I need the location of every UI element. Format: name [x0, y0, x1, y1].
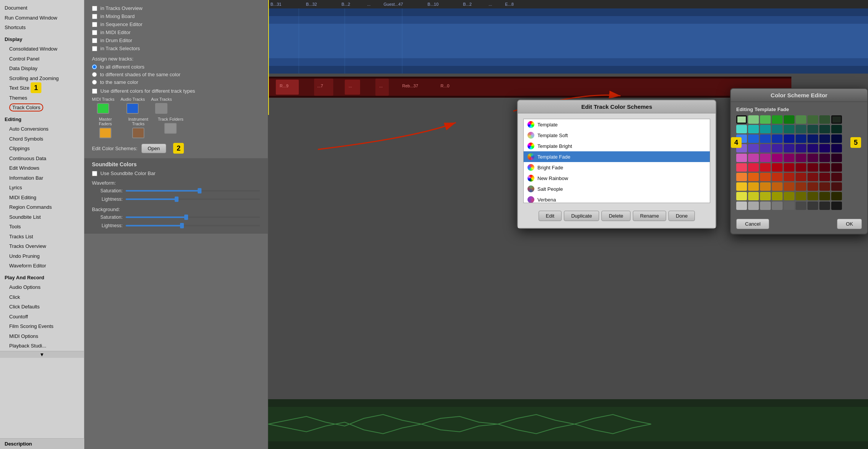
color-cell-5-3[interactable] [772, 163, 783, 172]
color-cell-0-1[interactable] [748, 115, 759, 124]
color-cell-6-2[interactable] [760, 173, 771, 181]
swatch-midi[interactable] [97, 103, 109, 114]
color-cell-1-6[interactable] [807, 125, 818, 133]
color-cell-7-4[interactable] [784, 182, 794, 191]
scheme-template-fade[interactable]: Template Fade [524, 151, 710, 162]
color-cell-9-2[interactable] [760, 202, 771, 210]
color-cell-2-1[interactable] [748, 134, 759, 143]
sidebar-item-auto-conversions[interactable]: Auto Conversions [0, 124, 84, 134]
radio-same-color[interactable]: to the same color [92, 79, 260, 85]
swatch-aux[interactable] [155, 103, 167, 114]
saturation-slider[interactable] [126, 187, 260, 194]
color-cell-8-4[interactable] [784, 192, 794, 200]
swatch-master[interactable] [99, 128, 111, 138]
color-cell-6-7[interactable] [819, 173, 830, 181]
color-cell-6-3[interactable] [772, 173, 783, 181]
color-cell-2-6[interactable] [807, 134, 818, 143]
sidebar-item-tracks-overview[interactable]: Tracks Overview [0, 241, 84, 251]
sidebar-item-continuous-data[interactable]: Continuous Data [0, 154, 84, 164]
color-cell-0-5[interactable] [796, 115, 806, 124]
color-cell-8-8[interactable] [831, 192, 842, 200]
cb-drum-editor[interactable] [92, 38, 97, 43]
sidebar-item-soundbite-list[interactable]: Soundbite List [0, 212, 84, 222]
checkbox-in-track-selectors[interactable]: in Track Selectors [92, 46, 260, 51]
cb-sequence-editor[interactable] [92, 22, 97, 27]
color-cell-8-6[interactable] [807, 192, 818, 200]
color-cell-1-5[interactable] [796, 125, 806, 133]
btn-edit[interactable]: Edit [539, 211, 562, 221]
sidebar-item-midi-options[interactable]: MIDI Options [0, 331, 84, 341]
scheme-list[interactable]: Template Template Soft Template Bright T… [523, 119, 710, 203]
color-cell-9-3[interactable] [772, 202, 783, 210]
sidebar-item-information-bar[interactable]: Information Bar [0, 173, 84, 183]
cb-soundbite-bar-row[interactable]: Use Soundbite Color Bar [92, 170, 260, 176]
btn-delete[interactable]: Delete [601, 211, 631, 221]
sidebar-item-consolidated[interactable]: Consolidated Window [0, 44, 84, 54]
color-cell-6-8[interactable] [831, 173, 842, 181]
sidebar-item-click[interactable]: Click [0, 292, 84, 302]
cb-soundbite-bar[interactable] [92, 171, 97, 176]
scheme-new-rainbow[interactable]: New Rainbow [524, 173, 710, 184]
sidebar-item-tools[interactable]: Tools [0, 222, 84, 232]
color-cell-2-2[interactable] [760, 134, 771, 143]
color-cell-3-3[interactable] [772, 144, 783, 152]
checkbox-in-drum-editor[interactable]: in Drum Editor [92, 38, 260, 43]
color-cell-6-6[interactable] [807, 173, 818, 181]
color-cell-0-2[interactable] [760, 115, 771, 124]
checkbox-in-tracks-overview[interactable]: in Tracks Overview [92, 5, 260, 11]
sidebar-item-scrolling[interactable]: Scrolling and Zooming [0, 74, 84, 84]
cb-tracks-overview[interactable] [92, 6, 97, 11]
color-cell-6-1[interactable] [748, 173, 759, 181]
swatch-audio[interactable] [126, 103, 139, 114]
color-cell-9-6[interactable] [807, 202, 818, 210]
color-cell-1-4[interactable] [784, 125, 794, 133]
color-cell-8-2[interactable] [760, 192, 771, 200]
color-cell-7-5[interactable] [796, 182, 806, 191]
color-cell-2-5[interactable] [796, 134, 806, 143]
sidebar-item-shortcuts[interactable]: Shortcuts [0, 23, 84, 33]
color-cell-4-3[interactable] [772, 154, 783, 162]
color-cell-4-1[interactable] [748, 154, 759, 162]
color-cell-2-4[interactable] [784, 134, 794, 143]
color-cell-8-7[interactable] [819, 192, 830, 200]
color-cell-9-5[interactable] [796, 202, 806, 210]
color-cell-9-4[interactable] [784, 202, 794, 210]
color-cell-7-2[interactable] [760, 182, 771, 191]
cancel-button[interactable]: Cancel [736, 219, 769, 229]
cb-track-selectors[interactable] [92, 46, 97, 51]
color-cell-9-0[interactable] [736, 202, 747, 210]
color-cell-1-0[interactable] [736, 125, 747, 133]
scheme-salt-people[interactable]: Salt People [524, 184, 710, 194]
color-cell-0-3[interactable] [772, 115, 783, 124]
color-cell-6-0[interactable] [736, 173, 747, 181]
sidebar-item-lyrics[interactable]: Lyrics [0, 183, 84, 193]
color-cell-7-7[interactable] [819, 182, 830, 191]
color-cell-0-4[interactable] [784, 115, 794, 124]
color-cell-0-6[interactable] [807, 115, 818, 124]
sidebar-item-document[interactable]: Document [0, 3, 84, 13]
color-cell-5-1[interactable] [748, 163, 759, 172]
checkbox-in-mixing-board[interactable]: in Mixing Board [92, 13, 260, 19]
sidebar-item-waveform-editor[interactable]: Waveform Editor [0, 261, 84, 271]
color-cell-7-6[interactable] [807, 182, 818, 191]
color-cell-5-6[interactable] [807, 163, 818, 172]
color-cell-0-8[interactable] [831, 115, 842, 124]
color-cell-5-4[interactable] [784, 163, 794, 172]
lightness-slider[interactable] [126, 196, 260, 203]
color-cell-6-4[interactable] [784, 173, 794, 181]
ok-button[interactable]: OK [837, 219, 862, 229]
sidebar-item-control-panel[interactable]: Control Panel [0, 54, 84, 64]
color-cell-4-5[interactable] [796, 154, 806, 162]
cb-midi-editor[interactable] [92, 30, 97, 35]
sidebar-item-film-scoring[interactable]: Film Scoring Events [0, 321, 84, 331]
btn-duplicate[interactable]: Duplicate [564, 211, 599, 221]
sidebar-item-clippings[interactable]: Clippings [0, 144, 84, 154]
checkbox-in-sequence-editor[interactable]: in Sequence Editor [92, 21, 260, 27]
color-cell-7-8[interactable] [831, 182, 842, 191]
sidebar-item-run-command[interactable]: Run Command Window [0, 13, 84, 23]
color-cell-5-2[interactable] [760, 163, 771, 172]
scheme-bright-fade[interactable]: Bright Fade [524, 162, 710, 173]
color-cell-4-2[interactable] [760, 154, 771, 162]
scheme-template-soft[interactable]: Template Soft [524, 130, 710, 141]
checkbox-diff-types[interactable]: Use different colors for different track… [92, 88, 260, 94]
